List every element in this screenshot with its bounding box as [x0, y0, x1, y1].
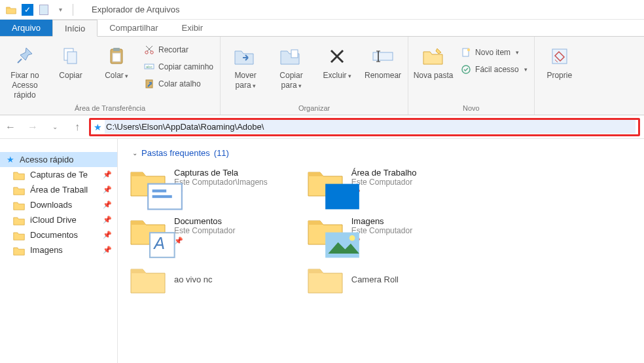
copy-button[interactable]: Copiar — [48, 42, 93, 83]
sidebar-item-icloud[interactable]: iCloud Drive📌 — [0, 212, 117, 227]
copy-to-button[interactable]: Copiar para▾ — [269, 42, 313, 93]
sidebar-quick-label: Acesso rápido — [20, 155, 73, 164]
navigation-pane: ★ Acesso rápido Capturas de Te📌 Área de … — [0, 139, 118, 363]
rename-button[interactable]: Renomear — [361, 42, 405, 83]
folder-icon — [13, 170, 25, 180]
svg-text:A: A — [152, 234, 165, 252]
svg-rect-27 — [152, 195, 172, 198]
sidebar-item-images[interactable]: Imagens📌 — [0, 242, 117, 258]
qat-folder-icon[interactable] — [4, 3, 18, 17]
sidebar-quick-access[interactable]: ★ Acesso rápido — [0, 152, 117, 167]
item-title: Área de Trabalho — [351, 168, 417, 178]
delete-button[interactable]: Excluir▾ — [315, 42, 359, 83]
sidebar-item-label: Downloads — [30, 200, 72, 210]
recent-dropdown[interactable]: ⌄ — [48, 121, 62, 134]
sidebar-item-documents[interactable]: Documentos📌 — [0, 227, 117, 242]
properties-icon — [546, 45, 573, 68]
svg-rect-23 — [552, 49, 567, 64]
tab-view[interactable]: Exibir — [170, 20, 215, 36]
paste-shortcut-button[interactable]: Colar atalho — [143, 77, 215, 90]
tab-file[interactable]: Arquivo — [0, 20, 52, 36]
forward-button[interactable]: → — [26, 121, 39, 134]
svg-rect-4 — [113, 48, 120, 51]
pin-icon: 📌 — [103, 246, 112, 254]
sidebar-item-downloads[interactable]: Downloads📌 — [0, 197, 117, 212]
folder-icon — [130, 167, 166, 197]
svg-rect-5 — [113, 53, 120, 62]
new-folder-button[interactable]: Nova pasta — [411, 42, 456, 83]
title-bar: ✓ ▾ Explorador de Arquivos — [0, 0, 644, 20]
pin-label: Fixar no Acesso rápido — [4, 71, 46, 100]
pin-icon: 📌 — [351, 237, 412, 245]
up-button[interactable]: ↑ — [71, 121, 84, 134]
copy-path-icon: abc — [144, 62, 154, 72]
svg-point-6 — [145, 51, 148, 54]
move-to-button[interactable]: Mover para▾ — [223, 42, 268, 93]
folder-icon — [13, 216, 25, 225]
pin-icon: 📌 — [351, 188, 417, 197]
scissors-icon — [144, 45, 154, 55]
copy-path-button[interactable]: abcCopiar caminho — [143, 60, 215, 73]
navigation-row: ← → ⌄ ↑ ★ — [0, 115, 644, 139]
svg-text:abc: abc — [146, 65, 152, 69]
tab-home[interactable]: Início — [52, 20, 98, 37]
ribbon-group-new: Nova pasta Novo item▾ Fácil acesso▾ Novo — [408, 37, 535, 115]
sidebar-item-capturas[interactable]: Capturas de Te📌 — [0, 167, 117, 182]
pin-icon: 📌 — [103, 216, 112, 224]
svg-point-21 — [467, 48, 470, 51]
folder-item-imagens[interactable]: Imagens Este Computador 📌 — [307, 216, 417, 246]
folder-item-aovivo[interactable]: ao vivo nc — [130, 264, 268, 294]
folder-item-documentos[interactable]: A Documentos Este Computador 📌 — [130, 216, 268, 246]
paste-button[interactable]: Colar▾ — [94, 42, 139, 83]
pin-icon: 📌 — [174, 188, 268, 197]
clipboard-group-label: Área de Transferência — [3, 103, 217, 113]
folder-item-desktop[interactable]: Área de Trabalho Este Computador 📌 — [307, 167, 417, 197]
svg-line-8 — [147, 46, 152, 51]
pin-icon: 📌 — [103, 231, 112, 239]
item-title: ao vivo nc — [174, 275, 213, 284]
frequent-folders-header[interactable]: ⌄ Pastas frequentes (11) — [132, 148, 632, 158]
star-icon: ★ — [7, 155, 14, 164]
window-title: Explorador de Arquivos — [92, 5, 179, 14]
item-title: Capturas de Tela — [174, 168, 268, 178]
paste-icon — [103, 45, 130, 68]
ribbon-group-organize: Mover para▾ Copiar para▾ Excluir▾ Renome… — [221, 37, 408, 115]
qat-properties-checkbox[interactable]: ✓ — [20, 3, 35, 17]
tab-share[interactable]: Compartilhar — [98, 20, 170, 36]
copy-to-label: Copiar para▾ — [270, 71, 312, 90]
sidebar-item-label: Documentos — [30, 230, 78, 240]
folder-icon — [307, 167, 344, 197]
svg-line-9 — [146, 46, 151, 51]
main-area: ★ Acesso rápido Capturas de Te📌 Área de … — [0, 139, 644, 363]
svg-point-7 — [151, 51, 153, 54]
rename-icon — [370, 45, 396, 68]
folder-item-capturas[interactable]: Capturas de Tela Este Computador\Imagens… — [130, 167, 268, 197]
item-subtitle: Este Computador — [351, 178, 417, 187]
new-folder-label: Nova pasta — [414, 71, 454, 81]
cut-button[interactable]: Recortar — [143, 43, 215, 56]
new-item-button[interactable]: Novo item▾ — [459, 46, 529, 59]
folder-item-cameraroll[interactable]: Camera Roll — [307, 264, 417, 294]
pin-quick-access-button[interactable]: Fixar no Acesso rápido — [3, 42, 47, 103]
properties-button[interactable]: Proprie — [537, 42, 582, 83]
paste-shortcut-icon — [144, 79, 154, 89]
sidebar-item-label: iCloud Drive — [30, 215, 77, 225]
qat-dropdown-icon[interactable]: ▾ — [53, 3, 67, 17]
ribbon-group-open: Proprie — [535, 37, 584, 115]
address-bar[interactable]: ★ — [89, 118, 640, 136]
svg-line-0 — [18, 59, 22, 63]
nav-buttons: ← → ⌄ ↑ — [4, 121, 84, 134]
back-button[interactable]: ← — [4, 121, 17, 134]
pin-icon: 📌 — [103, 170, 112, 179]
easy-access-label: Fácil acesso — [475, 65, 519, 74]
qat-document-icon[interactable] — [37, 3, 51, 17]
new-group-label: Novo — [411, 103, 531, 113]
delete-label: Excluir▾ — [323, 71, 351, 81]
svg-rect-16 — [373, 52, 393, 60]
move-to-label: Mover para▾ — [224, 71, 266, 90]
address-input[interactable] — [105, 120, 635, 134]
pin-icon — [12, 45, 38, 68]
easy-access-button[interactable]: Fácil acesso▾ — [459, 63, 529, 76]
sidebar-item-desktop[interactable]: Área de Traball📌 — [0, 182, 117, 197]
pin-icon: 📌 — [174, 237, 235, 245]
